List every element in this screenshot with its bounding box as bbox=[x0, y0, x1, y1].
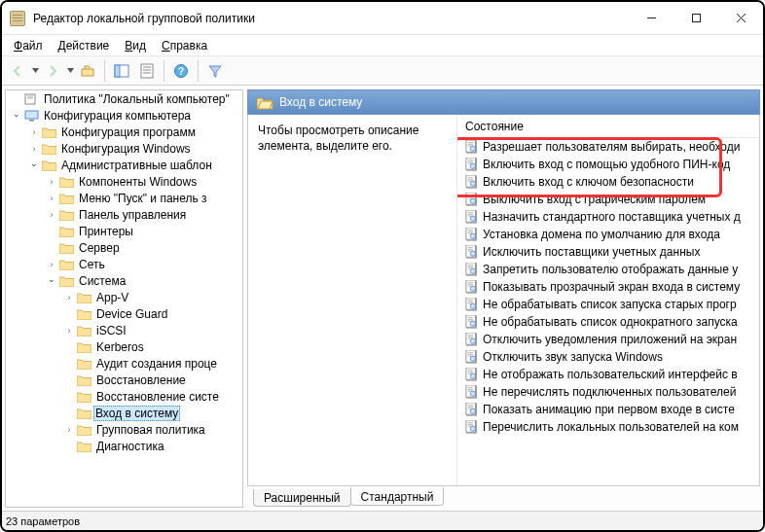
policy-item[interactable]: Включить вход с ключом безопасности bbox=[457, 173, 759, 191]
tree-item[interactable]: Диагностика bbox=[6, 438, 242, 454]
tree-label[interactable]: Device Guard bbox=[94, 307, 169, 321]
expand-icon[interactable]: › bbox=[27, 127, 41, 137]
tree-label[interactable]: Политика "Локальный компьютер" bbox=[42, 92, 232, 106]
forward-dropdown[interactable] bbox=[66, 67, 74, 74]
svg-point-28 bbox=[470, 163, 475, 168]
tree-item[interactable]: ›Меню "Пуск" и панель з bbox=[6, 190, 242, 206]
maximize-button[interactable] bbox=[674, 2, 718, 35]
tree-label[interactable]: Сервер bbox=[77, 241, 122, 255]
tree-item[interactable]: Восстановление систе bbox=[6, 388, 242, 405]
minimize-button[interactable] bbox=[629, 2, 674, 35]
folder-icon bbox=[76, 390, 91, 404]
help-button[interactable]: ? bbox=[169, 59, 193, 83]
policy-item[interactable]: Отключить звук запуска Windows bbox=[457, 348, 759, 366]
tree-label[interactable]: Восстановление систе bbox=[94, 390, 221, 404]
tree-pane[interactable]: Политика "Локальный компьютер"⌄Конфигура… bbox=[5, 89, 243, 508]
tree-item[interactable]: ›Конфигурация программ bbox=[6, 124, 242, 140]
tree-item[interactable]: ⌄Конфигурация компьютера bbox=[6, 107, 242, 124]
forward-button[interactable] bbox=[41, 59, 64, 83]
tree-item[interactable]: Kerberos bbox=[6, 338, 242, 355]
expand-icon[interactable]: › bbox=[62, 425, 76, 435]
expand-icon[interactable]: › bbox=[62, 293, 76, 302]
tree-item[interactable]: ⌄Система bbox=[6, 272, 242, 289]
policy-item[interactable]: Не обрабатывать список однократного запу… bbox=[457, 313, 759, 331]
policy-label: Запретить пользователю отображать данные… bbox=[483, 263, 738, 276]
tree-label[interactable]: iSCSI bbox=[94, 324, 128, 337]
policy-item[interactable]: Выключить вход с графическим паролем bbox=[457, 191, 759, 208]
policy-item[interactable]: Исключить поставщики учетных данных bbox=[457, 243, 759, 261]
policy-item[interactable]: Разрешает пользователям выбирать, необхо… bbox=[457, 138, 759, 156]
collapse-icon[interactable]: ⌄ bbox=[45, 274, 58, 284]
policy-item[interactable]: Установка домена по умолчанию для входа bbox=[457, 226, 759, 243]
tree-label[interactable]: Аудит создания проце bbox=[94, 357, 219, 371]
tree-item[interactable]: Восстановление bbox=[6, 372, 242, 388]
menu-действие[interactable]: Действие bbox=[51, 37, 118, 54]
policy-item[interactable]: Не обрабатывать список запуска старых пр… bbox=[457, 296, 759, 313]
tree-label[interactable]: Конфигурация Windows bbox=[59, 142, 193, 156]
tree-label[interactable]: Административные шаблон bbox=[59, 159, 214, 172]
tree-item[interactable]: ›Панель управления bbox=[6, 206, 242, 223]
tree-label[interactable]: Вход в систему bbox=[93, 406, 180, 421]
back-dropdown[interactable] bbox=[31, 67, 39, 74]
tree-label[interactable]: Групповая политика bbox=[94, 423, 207, 437]
tree-item[interactable]: Device Guard bbox=[6, 305, 242, 322]
folder-icon bbox=[76, 357, 91, 371]
policy-item[interactable]: Запретить пользователю отображать данные… bbox=[457, 261, 759, 278]
policy-label: Разрешает пользователям выбирать, необхо… bbox=[483, 140, 740, 154]
policy-item[interactable]: Показать анимацию при первом входе в сис… bbox=[457, 401, 759, 418]
tree-item[interactable]: ›Конфигурация Windows bbox=[6, 140, 242, 157]
policy-item[interactable]: Перечислить локальных пользователей на к… bbox=[457, 418, 759, 436]
tree-item[interactable]: ›Компоненты Windows bbox=[6, 173, 242, 190]
close-button[interactable] bbox=[718, 2, 763, 35]
policy-item[interactable]: Отключить уведомления приложений на экра… bbox=[457, 331, 759, 348]
expand-icon[interactable]: › bbox=[62, 326, 76, 336]
tab-standard[interactable]: Стандартный bbox=[350, 487, 445, 506]
tree-label[interactable]: Конфигурация компьютера bbox=[42, 109, 193, 123]
expand-icon[interactable]: › bbox=[45, 177, 58, 187]
expand-icon[interactable]: › bbox=[27, 144, 41, 154]
tree-label[interactable]: Система bbox=[77, 274, 128, 288]
tree-label[interactable]: Сеть bbox=[77, 258, 107, 271]
tree-label[interactable]: Kerberos bbox=[94, 340, 146, 354]
tree-label[interactable]: Меню "Пуск" и панель з bbox=[77, 192, 209, 205]
tree-item[interactable]: ⌄Административные шаблон bbox=[6, 157, 242, 173]
tab-extended[interactable]: Расширенный bbox=[253, 489, 351, 507]
show-hide-tree-button[interactable] bbox=[110, 59, 133, 83]
tree-label[interactable]: Компоненты Windows bbox=[77, 175, 199, 189]
policy-item[interactable]: Не отображать пользовательский интерфейс… bbox=[457, 366, 759, 383]
policy-list[interactable]: Разрешает пользователям выбирать, необхо… bbox=[457, 138, 759, 485]
expand-icon[interactable]: › bbox=[45, 210, 58, 220]
tree-item[interactable]: ›iSCSI bbox=[6, 322, 242, 338]
tree-item[interactable]: Аудит создания проце bbox=[6, 355, 242, 372]
tree-item[interactable]: ›Сеть bbox=[6, 256, 242, 272]
tree-item[interactable]: ›App-V bbox=[6, 289, 242, 305]
policy-item[interactable]: Показывать прозрачный экран входа в сист… bbox=[457, 278, 759, 296]
expand-icon[interactable]: › bbox=[45, 194, 58, 203]
tree-item[interactable]: Принтеры bbox=[6, 223, 242, 239]
back-button[interactable] bbox=[6, 59, 29, 83]
policy-item[interactable]: Назначить стандартного поставщика учетны… bbox=[457, 208, 759, 226]
properties-button[interactable] bbox=[135, 59, 159, 83]
column-header[interactable]: Состояние bbox=[457, 115, 759, 138]
tree-label[interactable]: App-V bbox=[94, 291, 130, 304]
tree-label[interactable]: Панель управления bbox=[77, 208, 188, 222]
tree-item[interactable]: Политика "Локальный компьютер" bbox=[6, 90, 242, 107]
up-button[interactable] bbox=[76, 59, 99, 83]
policy-item[interactable]: Включить вход с помощью удобного ПИН-код bbox=[457, 156, 759, 173]
tree-item[interactable]: Сервер bbox=[6, 239, 242, 256]
filter-button[interactable] bbox=[203, 59, 227, 83]
tree-label[interactable]: Восстановление bbox=[94, 373, 188, 387]
tree-label[interactable]: Принтеры bbox=[77, 225, 135, 238]
menu-вид[interactable]: Вид bbox=[117, 37, 154, 54]
tree-label[interactable]: Диагностика bbox=[94, 440, 166, 453]
menu-файл[interactable]: Файл bbox=[6, 37, 51, 54]
collapse-icon[interactable]: ⌄ bbox=[27, 159, 41, 168]
expand-icon[interactable]: › bbox=[45, 260, 58, 269]
tree-item[interactable]: ›Групповая политика bbox=[6, 421, 242, 438]
tree-item[interactable]: Вход в систему bbox=[6, 405, 242, 421]
tree-label[interactable]: Конфигурация программ bbox=[59, 125, 198, 139]
collapse-icon[interactable]: ⌄ bbox=[10, 109, 23, 119]
policy-setting-icon bbox=[465, 175, 479, 189]
menu-справка[interactable]: Справка bbox=[154, 37, 215, 54]
policy-item[interactable]: Не перечислять подключенных пользователе… bbox=[457, 383, 759, 401]
